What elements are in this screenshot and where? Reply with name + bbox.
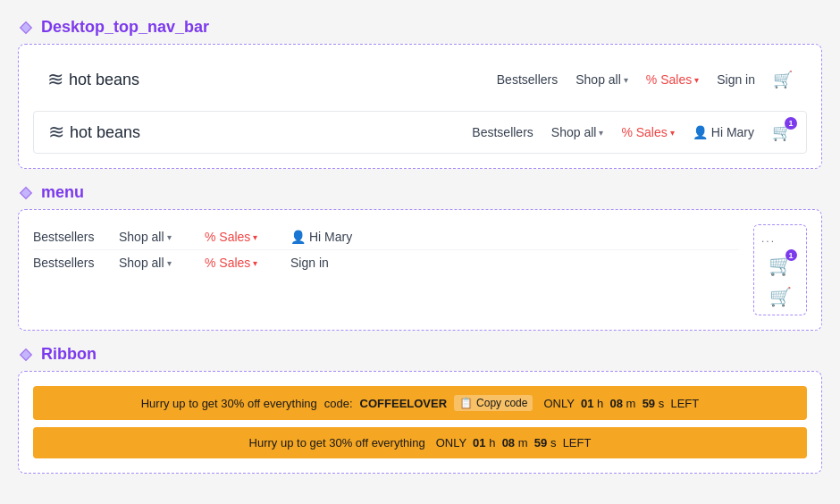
menu-user-name-1: Hi Mary	[309, 230, 352, 244]
nav-bestsellers-1[interactable]: Bestsellers	[497, 72, 558, 87]
chevron-menu-shop-1: ▾	[167, 232, 172, 242]
nav-shop-all-2[interactable]: Shop all ▾	[551, 125, 604, 139]
cart-popup-cart-icon2: 🛒	[769, 287, 792, 307]
ribbon-1-m: m	[626, 397, 636, 410]
ribbon-1-copy-button[interactable]: 📋 Copy code	[454, 395, 533, 411]
ribbon-1-s: s	[659, 397, 665, 410]
cart-popup-icon-with-badge[interactable]: 🛒 1	[769, 254, 793, 277]
ribbon-1-copy-label: Copy code	[476, 397, 527, 409]
menu-shop-all-label-1: Shop all	[119, 230, 164, 244]
nav-sales-2[interactable]: % Sales ▾	[621, 125, 674, 139]
ribbon-2-h: h	[489, 436, 495, 449]
nav-links-1: Bestsellers Shop all ▾ % Sales ▾ Sign in…	[497, 70, 793, 89]
menu-shop-all-2[interactable]: Shop all ▾	[119, 256, 190, 270]
menu-section-box: Bestsellers Shop all ▾ % Sales ▾ 👤 Hi Ma…	[18, 209, 822, 331]
logo-icon-1: ≋	[47, 68, 63, 91]
ribbon-2: Hurry up to get 30% off everything ONLY …	[33, 427, 807, 458]
user-name: Hi Mary	[711, 125, 754, 139]
nav-bar-section-title: Desktop_top_nav_bar	[41, 18, 209, 37]
popup-dots: ...	[754, 232, 776, 245]
chevron-shop-all-1: ▾	[624, 75, 628, 85]
menu-sign-in[interactable]: Sign in	[290, 256, 362, 270]
menu-user-1[interactable]: 👤 Hi Mary	[290, 230, 362, 244]
menu-sales-label-1: % Sales	[205, 230, 250, 244]
ribbon-1-code: COFFEELOVER	[360, 397, 448, 410]
ribbon-1-only: ONLY	[543, 397, 574, 410]
cart-button-2[interactable]: 🛒 1	[772, 122, 792, 142]
ribbon-1-hours: 01	[581, 397, 593, 410]
nav-bar-section-box: ≋ hot beans Bestsellers Shop all ▾ % Sal…	[18, 44, 822, 169]
ribbon-section-box: Hurry up to get 30% off everything code:…	[18, 371, 822, 474]
ribbon-2-seconds: 59	[534, 436, 547, 449]
menu-bestsellers-2[interactable]: Bestsellers	[33, 256, 105, 270]
logo-icon-2: ≋	[48, 121, 64, 144]
ribbon-section-title: Ribbon	[41, 345, 97, 364]
nav-bar-section-label: Desktop_top_nav_bar	[18, 18, 822, 37]
menu-shop-all-1[interactable]: Shop all ▾	[119, 230, 190, 244]
nav-sales-label-2: % Sales	[621, 125, 667, 139]
cart-popup-badge: 1	[785, 249, 797, 261]
cart-button-1[interactable]: 🛒	[773, 70, 793, 89]
menu-section-title: menu	[41, 183, 84, 202]
chevron-menu-sales-1: ▾	[253, 232, 257, 242]
ribbon-2-hours: 01	[473, 436, 485, 449]
nav-sales-1[interactable]: % Sales ▾	[646, 72, 699, 87]
cart-icon-1: 🛒	[773, 71, 793, 88]
nav-sign-in-1[interactable]: Sign in	[717, 72, 755, 87]
ribbon-1-code-label: code:	[324, 397, 353, 410]
nav-shop-all-1[interactable]: Shop all ▾	[575, 72, 628, 87]
chevron-shop-all-2: ▾	[599, 128, 603, 138]
nav-bestsellers-2[interactable]: Bestsellers	[472, 125, 533, 139]
logo-area-2[interactable]: ≋ hot beans	[48, 121, 140, 144]
user-icon: 👤	[693, 125, 708, 139]
ribbon-1-h: h	[597, 397, 603, 410]
ribbon-section-label: Ribbon	[18, 345, 822, 364]
chevron-sales-1: ▾	[694, 75, 699, 85]
menu-bestsellers-1[interactable]: Bestsellers	[33, 230, 105, 244]
ribbon-2-timer: ONLY 01 h 08 m 59 s LEFT	[436, 436, 592, 449]
cart-badge-2: 1	[785, 117, 797, 130]
navbar-signed-in: ≋ hot beans Bestsellers Shop all ▾ % Sal…	[33, 111, 807, 154]
menu-sales-2[interactable]: % Sales ▾	[205, 256, 276, 270]
user-area[interactable]: 👤 Hi Mary	[693, 125, 754, 139]
menu-shop-all-label-2: Shop all	[119, 256, 164, 270]
diamond-icon-menu	[18, 185, 34, 201]
copy-icon: 📋	[459, 397, 473, 409]
menu-user-icon-1: 👤	[290, 230, 306, 244]
menu-table: Bestsellers Shop all ▾ % Sales ▾ 👤 Hi Ma…	[33, 224, 739, 275]
nav-sales-label-1: % Sales	[646, 72, 692, 87]
cart-popup-icon2[interactable]: 🛒	[769, 286, 792, 307]
navbar-signed-out: ≋ hot beans Bestsellers Shop all ▾ % Sal…	[33, 59, 807, 100]
nav-links-2: Bestsellers Shop all ▾ % Sales ▾ 👤 Hi Ma…	[472, 122, 792, 142]
ribbon-1-seconds: 59	[643, 397, 655, 410]
nav-shop-all-label-2: Shop all	[551, 125, 597, 139]
ribbon-1-left: LEFT	[670, 397, 699, 410]
ribbon-2-minutes: 08	[502, 436, 515, 449]
ribbon-1-text: Hurry up to get 30% off everything	[141, 397, 317, 410]
ribbon-2-s: s	[550, 436, 557, 449]
menu-inner: Bestsellers Shop all ▾ % Sales ▾ 👤 Hi Ma…	[33, 224, 807, 315]
menu-row-2: Bestsellers Shop all ▾ % Sales ▾ Sign in	[33, 250, 739, 275]
diamond-icon-ribbon	[18, 347, 34, 363]
ribbon-2-left: LEFT	[563, 436, 592, 449]
menu-row-1: Bestsellers Shop all ▾ % Sales ▾ 👤 Hi Ma…	[33, 224, 739, 250]
nav-shop-all-label-1: Shop all	[575, 72, 621, 87]
chevron-sales-2: ▾	[670, 128, 675, 138]
diamond-icon	[18, 20, 34, 36]
chevron-menu-sales-2: ▾	[253, 258, 257, 268]
ribbon-1-minutes: 08	[609, 397, 622, 410]
menu-section-label: menu	[18, 183, 822, 202]
ribbon-2-only: ONLY	[436, 436, 466, 449]
ribbon-2-m: m	[518, 436, 528, 449]
menu-sales-1[interactable]: % Sales ▾	[205, 230, 276, 244]
logo-text-2: hot beans	[70, 123, 140, 142]
ribbon-1-timer: ONLY 01 h 08 m 59 s LEFT	[543, 397, 699, 410]
menu-sales-label-2: % Sales	[205, 256, 250, 270]
chevron-menu-shop-2: ▾	[167, 258, 172, 268]
cart-popup: ... 🛒 1 🛒	[753, 224, 807, 315]
logo-text-1: hot beans	[69, 71, 139, 89]
ribbon-1: Hurry up to get 30% off everything code:…	[33, 386, 807, 420]
ribbon-2-text: Hurry up to get 30% off everything	[249, 436, 425, 449]
logo-area-1[interactable]: ≋ hot beans	[47, 68, 139, 91]
